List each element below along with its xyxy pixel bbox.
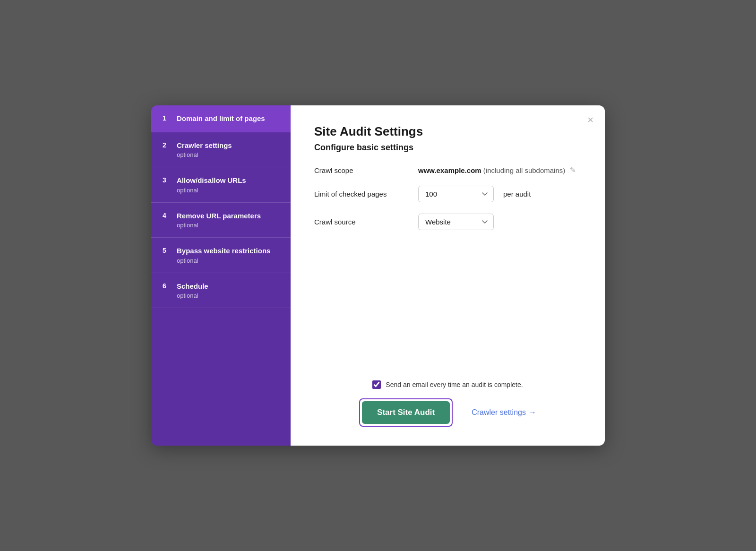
section-title: Configure basic settings <box>314 143 581 153</box>
modal-title: Site Audit Settings <box>314 124 581 139</box>
step-sub-3: optional <box>177 187 246 194</box>
step-title-3: Allow/disallow URLs <box>177 176 246 185</box>
step-number-4: 4 <box>163 211 170 219</box>
step-sub-2: optional <box>177 151 232 158</box>
step-sub-5: optional <box>177 257 270 264</box>
step-number-5: 5 <box>163 246 170 254</box>
crawl-source-label: Crawl source <box>314 218 418 226</box>
crawl-scope-row: Crawl scope www.example.com (including a… <box>314 166 581 174</box>
crawl-scope-domain: www.example.com <box>418 166 481 174</box>
sidebar-item-crawler[interactable]: 2 Crawler settings optional <box>151 132 291 168</box>
pages-limit-value: 100 500 1000 5000 10000 per audit <box>418 186 531 202</box>
step-title-4: Remove URL parameters <box>177 211 261 221</box>
step-number-1: 1 <box>163 114 170 122</box>
pages-limit-label: Limit of checked pages <box>314 190 418 198</box>
crawl-scope-suffix-text: (including all subdomains) <box>483 166 565 174</box>
crawler-settings-link-label: Crawler settings <box>472 408 526 417</box>
crawler-settings-link[interactable]: Crawler settings → <box>472 408 536 417</box>
crawl-scope-label: Crawl scope <box>314 166 418 174</box>
close-button[interactable]: × <box>587 115 593 125</box>
step-sub-4: optional <box>177 222 261 229</box>
arrow-right-icon: → <box>529 408 536 417</box>
edit-crawl-scope-icon[interactable]: ✎ <box>570 166 576 174</box>
sidebar: 1 Domain and limit of pages 2 Crawler se… <box>151 105 291 446</box>
crawl-source-value: Website Sitemap Both <box>418 214 494 230</box>
start-audit-button-wrapper: Start Site Audit <box>359 398 453 427</box>
modal: 1 Domain and limit of pages 2 Crawler se… <box>151 105 605 446</box>
sidebar-item-bypass[interactable]: 5 Bypass website restrictions optional <box>151 238 291 273</box>
email-notification-row: Send an email every time an audit is com… <box>314 380 581 389</box>
crawl-source-select[interactable]: Website Sitemap Both <box>418 214 494 230</box>
start-audit-button[interactable]: Start Site Audit <box>362 401 450 424</box>
step-title-1: Domain and limit of pages <box>177 114 265 123</box>
crawl-scope-text: www.example.com (including all subdomain… <box>418 166 565 174</box>
step-title-2: Crawler settings <box>177 141 232 150</box>
step-number-6: 6 <box>163 282 170 290</box>
sidebar-item-schedule[interactable]: 6 Schedule optional <box>151 273 291 309</box>
button-row: Start Site Audit Crawler settings → <box>314 398 581 427</box>
sidebar-item-domain[interactable]: 1 Domain and limit of pages <box>151 105 291 132</box>
sidebar-item-allow-disallow[interactable]: 3 Allow/disallow URLs optional <box>151 167 291 203</box>
bottom-area: Send an email every time an audit is com… <box>314 366 581 427</box>
crawl-source-row: Crawl source Website Sitemap Both <box>314 214 581 230</box>
main-content: × Site Audit Settings Configure basic se… <box>291 105 605 446</box>
per-audit-label: per audit <box>503 190 531 198</box>
step-title-5: Bypass website restrictions <box>177 246 270 256</box>
sidebar-item-remove-url[interactable]: 4 Remove URL parameters optional <box>151 203 291 238</box>
email-label: Send an email every time an audit is com… <box>386 381 523 388</box>
step-number-2: 2 <box>163 141 170 149</box>
step-number-3: 3 <box>163 176 170 184</box>
pages-limit-select[interactable]: 100 500 1000 5000 10000 <box>418 186 494 202</box>
pages-limit-row: Limit of checked pages 100 500 1000 5000… <box>314 186 581 202</box>
step-sub-6: optional <box>177 292 208 299</box>
crawl-scope-value: www.example.com (including all subdomain… <box>418 166 576 174</box>
step-title-6: Schedule <box>177 282 208 291</box>
email-checkbox[interactable] <box>372 380 381 389</box>
